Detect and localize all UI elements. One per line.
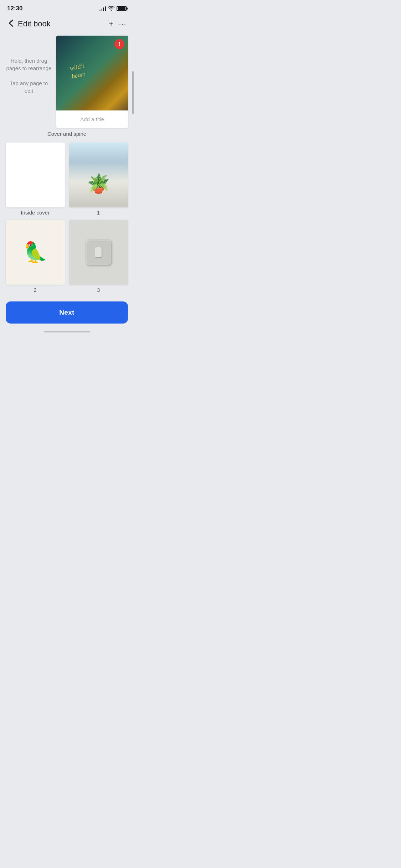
page-3-card[interactable] [69, 220, 128, 285]
page-1-card[interactable] [69, 143, 128, 207]
page-3-label: 3 [69, 287, 128, 293]
page-2-card[interactable] [6, 220, 65, 285]
battery-icon [117, 6, 127, 11]
bottom-section: Next [0, 296, 134, 326]
add-button[interactable]: + [109, 19, 113, 29]
drag-hint: Hold, then drag pages to rearrange [6, 58, 52, 71]
status-icons [99, 6, 127, 12]
home-bar [44, 331, 90, 332]
next-button[interactable]: Next [6, 301, 128, 324]
plant-image [69, 143, 128, 207]
switch-image [69, 220, 128, 285]
status-time: 12:30 [7, 5, 22, 12]
page-3-cell: 3 [69, 220, 128, 293]
cover-section: Hold, then drag pages to rearrange Tap a… [6, 36, 128, 128]
error-badge: ! [114, 39, 124, 49]
inside-cover-cell: Inside cover [6, 143, 65, 216]
wifi-icon [108, 6, 114, 12]
cover-label: Cover and spine [6, 131, 128, 137]
page-2-cell: 2 [6, 220, 65, 293]
header-right: + ··· [109, 19, 127, 29]
home-indicator [0, 326, 134, 335]
signal-icon [99, 6, 106, 11]
cover-title-placeholder[interactable]: Add a title [56, 110, 128, 128]
cover-card[interactable]: ! Add a title [56, 36, 128, 128]
page-1-cell: 1 [69, 143, 128, 216]
scroll-indicator [132, 71, 134, 114]
main-content: Hold, then drag pages to rearrange Tap a… [0, 36, 134, 293]
back-button[interactable] [7, 18, 15, 30]
tap-hint: Tap any page to edit [10, 80, 48, 94]
hint-text: Hold, then drag pages to rearrange Tap a… [6, 36, 52, 94]
page-title: Edit book [18, 19, 51, 29]
page-1-label: 1 [69, 210, 128, 216]
inside-cover-card[interactable] [6, 143, 65, 207]
header-left: Edit book [7, 18, 51, 30]
page-grid: Inside cover 1 2 3 [6, 143, 128, 293]
status-bar: 12:30 [0, 0, 134, 15]
cover-image-container: ! [56, 36, 128, 110]
header: Edit book + ··· [0, 15, 134, 36]
more-button[interactable]: ··· [119, 20, 127, 28]
inside-cover-label: Inside cover [6, 210, 65, 216]
page-2-label: 2 [6, 287, 65, 293]
bird-image [6, 220, 65, 285]
